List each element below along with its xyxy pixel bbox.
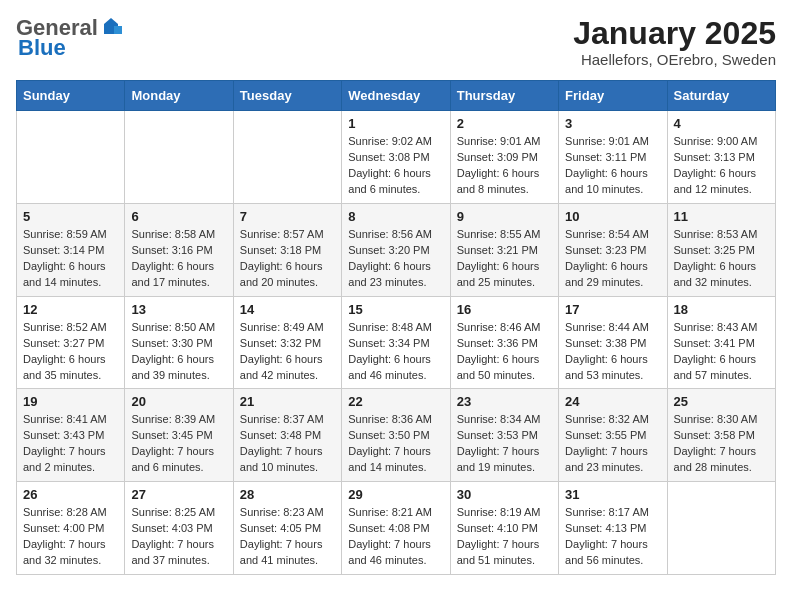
calendar-cell: 31Sunrise: 8:17 AM Sunset: 4:13 PM Dayli… [559,482,667,575]
day-info: Sunrise: 9:02 AM Sunset: 3:08 PM Dayligh… [348,134,443,198]
day-number: 11 [674,209,769,224]
day-info: Sunrise: 8:49 AM Sunset: 3:32 PM Dayligh… [240,320,335,384]
calendar-cell: 17Sunrise: 8:44 AM Sunset: 3:38 PM Dayli… [559,296,667,389]
day-info: Sunrise: 8:59 AM Sunset: 3:14 PM Dayligh… [23,227,118,291]
day-number: 19 [23,394,118,409]
day-header-saturday: Saturday [667,81,775,111]
calendar-cell: 12Sunrise: 8:52 AM Sunset: 3:27 PM Dayli… [17,296,125,389]
day-number: 23 [457,394,552,409]
day-info: Sunrise: 8:25 AM Sunset: 4:03 PM Dayligh… [131,505,226,569]
day-number: 1 [348,116,443,131]
day-info: Sunrise: 8:41 AM Sunset: 3:43 PM Dayligh… [23,412,118,476]
calendar-cell: 27Sunrise: 8:25 AM Sunset: 4:03 PM Dayli… [125,482,233,575]
day-info: Sunrise: 8:54 AM Sunset: 3:23 PM Dayligh… [565,227,660,291]
day-info: Sunrise: 8:34 AM Sunset: 3:53 PM Dayligh… [457,412,552,476]
day-number: 26 [23,487,118,502]
calendar-cell: 3Sunrise: 9:01 AM Sunset: 3:11 PM Daylig… [559,111,667,204]
day-number: 16 [457,302,552,317]
day-info: Sunrise: 8:37 AM Sunset: 3:48 PM Dayligh… [240,412,335,476]
svg-marker-1 [114,26,122,34]
calendar-cell: 19Sunrise: 8:41 AM Sunset: 3:43 PM Dayli… [17,389,125,482]
calendar-table: SundayMondayTuesdayWednesdayThursdayFrid… [16,80,776,575]
calendar-cell: 26Sunrise: 8:28 AM Sunset: 4:00 PM Dayli… [17,482,125,575]
day-number: 29 [348,487,443,502]
day-number: 24 [565,394,660,409]
calendar-cell: 14Sunrise: 8:49 AM Sunset: 3:32 PM Dayli… [233,296,341,389]
day-info: Sunrise: 8:28 AM Sunset: 4:00 PM Dayligh… [23,505,118,569]
location-title: Haellefors, OErebro, Sweden [573,51,776,68]
calendar-cell: 8Sunrise: 8:56 AM Sunset: 3:20 PM Daylig… [342,203,450,296]
day-info: Sunrise: 8:56 AM Sunset: 3:20 PM Dayligh… [348,227,443,291]
week-row-2: 5Sunrise: 8:59 AM Sunset: 3:14 PM Daylig… [17,203,776,296]
day-number: 28 [240,487,335,502]
calendar-cell: 25Sunrise: 8:30 AM Sunset: 3:58 PM Dayli… [667,389,775,482]
calendar-cell: 15Sunrise: 8:48 AM Sunset: 3:34 PM Dayli… [342,296,450,389]
day-number: 5 [23,209,118,224]
day-number: 4 [674,116,769,131]
calendar-cell: 4Sunrise: 9:00 AM Sunset: 3:13 PM Daylig… [667,111,775,204]
calendar-cell: 30Sunrise: 8:19 AM Sunset: 4:10 PM Dayli… [450,482,558,575]
day-number: 2 [457,116,552,131]
day-header-thursday: Thursday [450,81,558,111]
day-info: Sunrise: 8:50 AM Sunset: 3:30 PM Dayligh… [131,320,226,384]
day-info: Sunrise: 8:52 AM Sunset: 3:27 PM Dayligh… [23,320,118,384]
day-info: Sunrise: 9:00 AM Sunset: 3:13 PM Dayligh… [674,134,769,198]
day-info: Sunrise: 8:55 AM Sunset: 3:21 PM Dayligh… [457,227,552,291]
day-number: 31 [565,487,660,502]
calendar-cell [667,482,775,575]
day-number: 20 [131,394,226,409]
day-info: Sunrise: 8:46 AM Sunset: 3:36 PM Dayligh… [457,320,552,384]
calendar-cell: 22Sunrise: 8:36 AM Sunset: 3:50 PM Dayli… [342,389,450,482]
week-row-5: 26Sunrise: 8:28 AM Sunset: 4:00 PM Dayli… [17,482,776,575]
day-header-friday: Friday [559,81,667,111]
day-number: 10 [565,209,660,224]
calendar-cell: 5Sunrise: 8:59 AM Sunset: 3:14 PM Daylig… [17,203,125,296]
day-info: Sunrise: 8:30 AM Sunset: 3:58 PM Dayligh… [674,412,769,476]
logo-icon [100,16,122,38]
calendar-cell: 28Sunrise: 8:23 AM Sunset: 4:05 PM Dayli… [233,482,341,575]
day-info: Sunrise: 8:43 AM Sunset: 3:41 PM Dayligh… [674,320,769,384]
calendar-cell: 10Sunrise: 8:54 AM Sunset: 3:23 PM Dayli… [559,203,667,296]
calendar-cell [17,111,125,204]
day-header-sunday: Sunday [17,81,125,111]
month-title: January 2025 [573,16,776,51]
calendar-cell: 9Sunrise: 8:55 AM Sunset: 3:21 PM Daylig… [450,203,558,296]
calendar-cell: 1Sunrise: 9:02 AM Sunset: 3:08 PM Daylig… [342,111,450,204]
page-header: General Blue January 2025 Haellefors, OE… [16,16,776,68]
calendar-cell [125,111,233,204]
day-header-monday: Monday [125,81,233,111]
day-header-wednesday: Wednesday [342,81,450,111]
day-number: 6 [131,209,226,224]
day-number: 27 [131,487,226,502]
calendar-cell [233,111,341,204]
day-info: Sunrise: 8:32 AM Sunset: 3:55 PM Dayligh… [565,412,660,476]
day-number: 18 [674,302,769,317]
day-info: Sunrise: 8:53 AM Sunset: 3:25 PM Dayligh… [674,227,769,291]
calendar-cell: 7Sunrise: 8:57 AM Sunset: 3:18 PM Daylig… [233,203,341,296]
week-row-1: 1Sunrise: 9:02 AM Sunset: 3:08 PM Daylig… [17,111,776,204]
day-info: Sunrise: 8:19 AM Sunset: 4:10 PM Dayligh… [457,505,552,569]
day-info: Sunrise: 8:21 AM Sunset: 4:08 PM Dayligh… [348,505,443,569]
calendar-cell: 18Sunrise: 8:43 AM Sunset: 3:41 PM Dayli… [667,296,775,389]
calendar-header-row: SundayMondayTuesdayWednesdayThursdayFrid… [17,81,776,111]
day-info: Sunrise: 8:58 AM Sunset: 3:16 PM Dayligh… [131,227,226,291]
day-info: Sunrise: 8:23 AM Sunset: 4:05 PM Dayligh… [240,505,335,569]
calendar-cell: 23Sunrise: 8:34 AM Sunset: 3:53 PM Dayli… [450,389,558,482]
day-info: Sunrise: 8:48 AM Sunset: 3:34 PM Dayligh… [348,320,443,384]
calendar-cell: 6Sunrise: 8:58 AM Sunset: 3:16 PM Daylig… [125,203,233,296]
calendar-cell: 29Sunrise: 8:21 AM Sunset: 4:08 PM Dayli… [342,482,450,575]
day-number: 15 [348,302,443,317]
day-number: 9 [457,209,552,224]
day-info: Sunrise: 8:44 AM Sunset: 3:38 PM Dayligh… [565,320,660,384]
calendar-cell: 16Sunrise: 8:46 AM Sunset: 3:36 PM Dayli… [450,296,558,389]
day-info: Sunrise: 8:39 AM Sunset: 3:45 PM Dayligh… [131,412,226,476]
day-header-tuesday: Tuesday [233,81,341,111]
day-number: 7 [240,209,335,224]
title-block: January 2025 Haellefors, OErebro, Sweden [573,16,776,68]
day-number: 25 [674,394,769,409]
day-number: 21 [240,394,335,409]
calendar-cell: 24Sunrise: 8:32 AM Sunset: 3:55 PM Dayli… [559,389,667,482]
day-number: 8 [348,209,443,224]
calendar-cell: 20Sunrise: 8:39 AM Sunset: 3:45 PM Dayli… [125,389,233,482]
day-number: 17 [565,302,660,317]
